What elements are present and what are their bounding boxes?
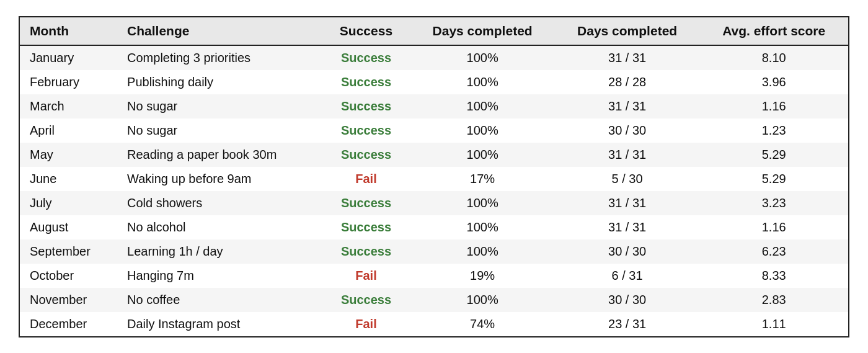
cell-days: 30 / 30 bbox=[555, 239, 700, 264]
cell-pct: 100% bbox=[410, 45, 555, 70]
table-row: January Completing 3 priorities Success … bbox=[20, 45, 848, 70]
cell-pct: 100% bbox=[410, 288, 555, 312]
cell-success: Success bbox=[322, 118, 410, 143]
cell-month: October bbox=[20, 264, 117, 288]
cell-pct: 100% bbox=[410, 191, 555, 215]
header-month: Month bbox=[20, 17, 117, 45]
cell-avg: 1.16 bbox=[699, 94, 848, 118]
table-row: May Reading a paper book 30m Success 100… bbox=[20, 143, 848, 167]
table-header-row: Month Challenge Success Days completed D… bbox=[20, 17, 848, 45]
cell-challenge: Completing 3 priorities bbox=[117, 45, 322, 70]
cell-challenge: Cold showers bbox=[117, 191, 322, 215]
cell-days: 23 / 31 bbox=[555, 312, 700, 336]
main-table-container: Month Challenge Success Days completed D… bbox=[19, 16, 849, 337]
table-row: October Hanging 7m Fail 19% 6 / 31 8.33 bbox=[20, 264, 848, 288]
cell-pct: 19% bbox=[410, 264, 555, 288]
challenges-table: Month Challenge Success Days completed D… bbox=[20, 17, 848, 336]
cell-success: Success bbox=[322, 94, 410, 118]
cell-avg: 3.96 bbox=[699, 70, 848, 94]
cell-challenge: Publishing daily bbox=[117, 70, 322, 94]
table-row: February Publishing daily Success 100% 2… bbox=[20, 70, 848, 94]
header-days-completed-pct: Days completed bbox=[410, 17, 555, 45]
cell-month: September bbox=[20, 239, 117, 264]
cell-month: April bbox=[20, 118, 117, 143]
cell-days: 31 / 31 bbox=[555, 94, 700, 118]
cell-challenge: Daily Instagram post bbox=[117, 312, 322, 336]
cell-pct: 100% bbox=[410, 239, 555, 264]
cell-avg: 1.11 bbox=[699, 312, 848, 336]
table-row: December Daily Instagram post Fail 74% 2… bbox=[20, 312, 848, 336]
cell-month: December bbox=[20, 312, 117, 336]
table-row: April No sugar Success 100% 30 / 30 1.23 bbox=[20, 118, 848, 143]
cell-days: 31 / 31 bbox=[555, 45, 700, 70]
cell-month: March bbox=[20, 94, 117, 118]
table-row: November No coffee Success 100% 30 / 30 … bbox=[20, 288, 848, 312]
cell-challenge: No alcohol bbox=[117, 215, 322, 239]
cell-pct: 100% bbox=[410, 215, 555, 239]
cell-avg: 8.10 bbox=[699, 45, 848, 70]
cell-month: June bbox=[20, 167, 117, 191]
cell-challenge: Waking up before 9am bbox=[117, 167, 322, 191]
table-row: March No sugar Success 100% 31 / 31 1.16 bbox=[20, 94, 848, 118]
cell-success: Success bbox=[322, 143, 410, 167]
cell-month: August bbox=[20, 215, 117, 239]
cell-pct: 100% bbox=[410, 118, 555, 143]
cell-challenge: No sugar bbox=[117, 118, 322, 143]
cell-challenge: Hanging 7m bbox=[117, 264, 322, 288]
cell-month: November bbox=[20, 288, 117, 312]
cell-pct: 100% bbox=[410, 94, 555, 118]
cell-success: Success bbox=[322, 70, 410, 94]
cell-pct: 17% bbox=[410, 167, 555, 191]
cell-days: 28 / 28 bbox=[555, 70, 700, 94]
cell-days: 31 / 31 bbox=[555, 143, 700, 167]
cell-avg: 1.16 bbox=[699, 215, 848, 239]
cell-success: Fail bbox=[322, 264, 410, 288]
cell-month: May bbox=[20, 143, 117, 167]
table-row: September Learning 1h / day Success 100%… bbox=[20, 239, 848, 264]
cell-challenge: No coffee bbox=[117, 288, 322, 312]
cell-avg: 5.29 bbox=[699, 167, 848, 191]
cell-challenge: Reading a paper book 30m bbox=[117, 143, 322, 167]
cell-success: Success bbox=[322, 288, 410, 312]
table-row: July Cold showers Success 100% 31 / 31 3… bbox=[20, 191, 848, 215]
cell-days: 30 / 30 bbox=[555, 288, 700, 312]
header-challenge: Challenge bbox=[117, 17, 322, 45]
cell-pct: 100% bbox=[410, 143, 555, 167]
cell-month: July bbox=[20, 191, 117, 215]
header-avg-effort: Avg. effort score bbox=[699, 17, 848, 45]
header-success: Success bbox=[322, 17, 410, 45]
header-days-completed-count: Days completed bbox=[555, 17, 700, 45]
cell-avg: 6.23 bbox=[699, 239, 848, 264]
cell-avg: 2.83 bbox=[699, 288, 848, 312]
cell-success: Success bbox=[322, 215, 410, 239]
cell-challenge: Learning 1h / day bbox=[117, 239, 322, 264]
cell-avg: 8.33 bbox=[699, 264, 848, 288]
cell-days: 6 / 31 bbox=[555, 264, 700, 288]
table-row: August No alcohol Success 100% 31 / 31 1… bbox=[20, 215, 848, 239]
cell-success: Success bbox=[322, 191, 410, 215]
cell-month: January bbox=[20, 45, 117, 70]
cell-success: Success bbox=[322, 239, 410, 264]
table-row: June Waking up before 9am Fail 17% 5 / 3… bbox=[20, 167, 848, 191]
cell-pct: 100% bbox=[410, 70, 555, 94]
cell-month: February bbox=[20, 70, 117, 94]
cell-avg: 3.23 bbox=[699, 191, 848, 215]
cell-days: 30 / 30 bbox=[555, 118, 700, 143]
cell-challenge: No sugar bbox=[117, 94, 322, 118]
cell-success: Fail bbox=[322, 312, 410, 336]
cell-days: 31 / 31 bbox=[555, 215, 700, 239]
cell-days: 5 / 30 bbox=[555, 167, 700, 191]
cell-success: Success bbox=[322, 45, 410, 70]
cell-avg: 5.29 bbox=[699, 143, 848, 167]
cell-avg: 1.23 bbox=[699, 118, 848, 143]
cell-pct: 74% bbox=[410, 312, 555, 336]
cell-success: Fail bbox=[322, 167, 410, 191]
cell-days: 31 / 31 bbox=[555, 191, 700, 215]
